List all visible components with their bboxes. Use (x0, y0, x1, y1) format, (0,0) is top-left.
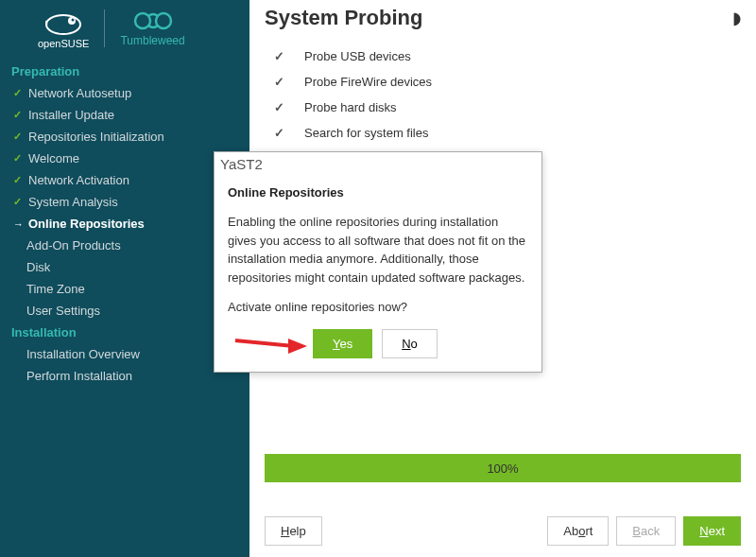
arrow-annotation (233, 337, 309, 356)
abort-button[interactable]: Abort (547, 516, 609, 546)
nav-item: Installation Overview (0, 343, 249, 365)
tumbleweed-logo: Tumbleweed (120, 10, 184, 47)
dialog: YaST2 Online Repositories Enabling the o… (214, 151, 542, 373)
nav-item: Network Activation (0, 169, 249, 191)
nav-item: Perform Installation (0, 365, 249, 387)
opensuse-text: openSUSE (38, 38, 89, 49)
dialog-question: Activate online repositories now? (228, 300, 528, 314)
nav-item: Online Repositories (0, 213, 249, 235)
dialog-heading: Online Repositories (228, 185, 528, 200)
nav-item: Time Zone (0, 278, 249, 300)
probe-item: ✓Search for system files (274, 120, 741, 146)
nav-item: Repositories Initialization (0, 126, 249, 148)
help-button[interactable]: Help (265, 516, 322, 546)
nav-item: Welcome (0, 148, 249, 169)
yes-button[interactable]: Yes (313, 329, 372, 358)
nav-item: User Settings (0, 300, 249, 322)
page-title: System Probing (265, 6, 422, 30)
probe-label: Probe hard disks (304, 100, 397, 114)
progress-bar-wrap: 100% (265, 454, 741, 482)
footer-buttons: Help Abort Back Next (265, 516, 741, 546)
svg-point-0 (46, 15, 80, 34)
logo-divider (104, 9, 105, 47)
svg-line-5 (235, 340, 294, 346)
svg-marker-6 (288, 339, 307, 354)
probe-label: Probe FireWire devices (304, 75, 432, 89)
nav-item: Disk (0, 256, 249, 278)
dialog-window-title: YaST2 (215, 152, 541, 176)
nav-item: Network Autosetup (0, 82, 249, 104)
tumbleweed-text: Tumbleweed (120, 34, 184, 47)
logo-area: openSUSE Tumbleweed (0, 0, 249, 61)
probe-label: Probe USB devices (304, 49, 411, 63)
nav-section-preparation: Preparation (0, 61, 249, 82)
progress-bar: 100% (265, 454, 741, 482)
probe-label: Search for system files (304, 126, 429, 140)
opensuse-logo: openSUSE (38, 8, 89, 49)
dialog-text: Enabling the online repositories during … (228, 213, 528, 287)
nav-item: System Analysis (0, 191, 249, 213)
check-icon: ✓ (274, 126, 285, 140)
back-button: Back (616, 516, 676, 546)
nav-item: Add-On Products (0, 235, 249, 256)
nav-section-installation: Installation (0, 322, 249, 343)
probe-item: ✓Probe hard disks (274, 95, 741, 120)
sidebar: openSUSE Tumbleweed Preparation Network … (0, 0, 249, 557)
probe-list: ✓Probe USB devices✓Probe FireWire device… (265, 44, 741, 146)
check-icon: ✓ (274, 75, 285, 89)
svg-point-2 (72, 19, 75, 22)
probe-item: ✓Probe USB devices (274, 44, 741, 69)
no-button[interactable]: No (382, 329, 438, 358)
probe-item: ✓Probe FireWire devices (274, 69, 741, 95)
theme-toggle-icon[interactable]: ◗ (732, 8, 741, 28)
nav-item: Installer Update (0, 104, 249, 126)
check-icon: ✓ (274, 100, 285, 114)
check-icon: ✓ (274, 49, 285, 63)
next-button[interactable]: Next (683, 516, 741, 546)
